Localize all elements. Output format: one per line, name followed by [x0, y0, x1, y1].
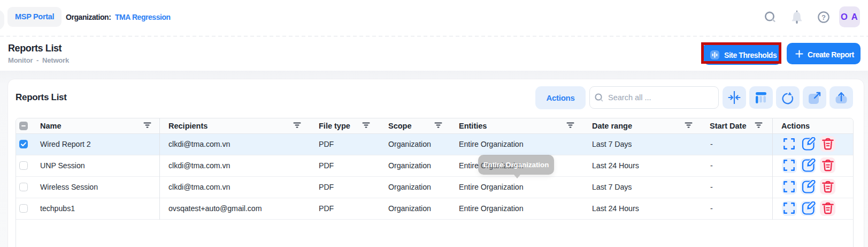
- svg-text:?: ?: [821, 13, 826, 21]
